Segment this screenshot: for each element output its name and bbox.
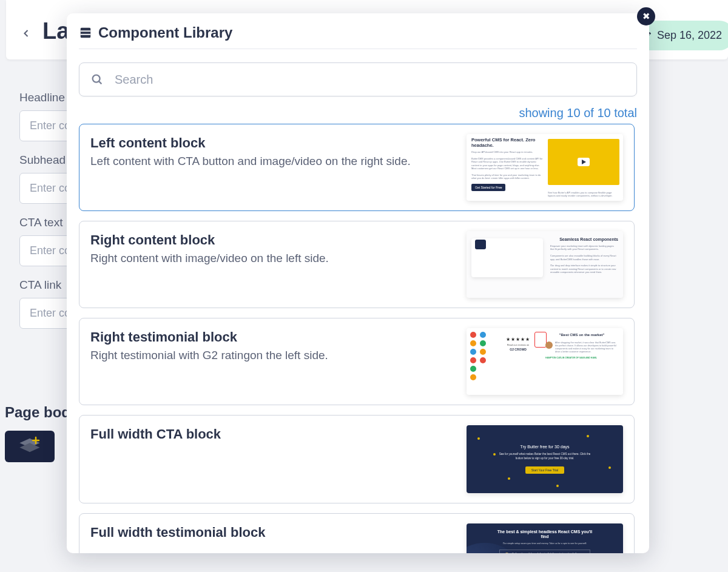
avatar-icon	[505, 553, 509, 553]
add-layers-icon	[18, 436, 42, 457]
component-thumbnail: Try Butter free for 30 days See for your…	[467, 425, 623, 493]
result-count: showing 10 of 10 total	[79, 106, 637, 120]
component-card[interactable]: Full width testimonial block The best & …	[79, 513, 635, 553]
thumb-sub: Our simple setup saves you time and mone…	[503, 542, 587, 545]
svg-point-7	[93, 75, 100, 82]
component-library-modal: ✖ Component Library showing 10 of 10 tot…	[67, 13, 649, 553]
cta-link-input[interactable]: Enter co	[19, 298, 74, 329]
search-field[interactable]	[79, 62, 637, 96]
close-button[interactable]: ✖	[637, 7, 655, 25]
component-title: Right content block	[90, 232, 457, 248]
component-thumbnail: ★★★★★ Read our reviews on G2 CROWD "Best…	[467, 328, 623, 395]
component-card[interactable]: Left content block Left content with CTA…	[79, 124, 635, 211]
svg-marker-1	[19, 443, 39, 452]
component-desc: Left content with CTA button and image/v…	[90, 155, 457, 168]
thumb-reviews-label: Read our reviews on	[500, 343, 536, 346]
component-card[interactable]: Right testimonial block Right testimonia…	[79, 318, 635, 405]
thumb-copy: Drop our API-based CMS into your React a…	[471, 150, 544, 180]
chevron-left-icon	[20, 27, 32, 39]
thumb-sub: See for yourself what makes Butter the b…	[496, 453, 593, 460]
stars-icon: ★★★★★	[500, 337, 536, 342]
component-desc: Right testimonial with G2 ratingon the l…	[90, 349, 457, 362]
thumb-chip	[475, 240, 486, 249]
library-icon	[79, 26, 92, 39]
subhead-input[interactable]: Enter co	[19, 173, 74, 204]
component-thumbnail: Powerful CMS for React. Zero headache. D…	[467, 134, 623, 201]
thumb-headline: Try Butter free for 30 days	[520, 445, 569, 449]
add-component-button[interactable]	[5, 431, 55, 462]
headline-input[interactable]: Enter co	[19, 110, 74, 141]
close-icon: ✖	[642, 11, 650, 22]
page-title: La	[42, 19, 69, 42]
search-icon	[90, 73, 104, 86]
component-card[interactable]: Full width CTA block Try Butter free for…	[79, 415, 635, 503]
thumb-caption: See how Butter's API enables you to comp…	[548, 191, 618, 197]
thumb-headline: Seamless React components	[550, 237, 618, 241]
component-title: Left content block	[90, 135, 457, 151]
search-input[interactable]	[113, 72, 625, 87]
thumb-button: Get Started for Free	[471, 184, 505, 191]
component-title: Full width testimonial block	[90, 525, 457, 540]
svg-rect-6	[81, 34, 91, 35]
thumb-media	[548, 139, 619, 185]
date-text: Sep 16, 2022	[657, 29, 722, 42]
thumb-g2: G2 CROWD	[500, 348, 536, 351]
component-thumbnail: The best & simplest headless React CMS y…	[467, 523, 623, 553]
modal-header: Component Library	[79, 13, 637, 49]
svg-rect-4	[81, 28, 91, 38]
thumb-quote: It's the epitome of plug and play simpli…	[512, 553, 585, 553]
component-card[interactable]: Right content block Right content with i…	[79, 221, 635, 308]
thumb-button: Start Your Free Trial	[525, 466, 564, 474]
thumb-headline: The best & simplest headless React CMS y…	[493, 530, 596, 540]
back-button[interactable]	[16, 23, 36, 44]
cta-text-input[interactable]: Enter co	[19, 235, 74, 266]
component-title: Full width CTA block	[90, 426, 457, 442]
component-thumbnail: Seamless React components Empower your m…	[467, 231, 623, 298]
g2-badge-icon	[534, 332, 547, 348]
modal-title: Component Library	[98, 24, 232, 41]
svg-rect-5	[81, 30, 91, 32]
component-list[interactable]: Left content block Left content with CTA…	[79, 124, 637, 553]
thumb-copy: Empower your marketing team with dynamic…	[550, 244, 618, 274]
svg-line-8	[99, 81, 101, 84]
play-icon	[578, 158, 590, 166]
thumb-source: HAMPTON CATLIN CREATOR OF SASS AND HAML	[545, 357, 618, 359]
component-title: Right testimonial block	[90, 329, 457, 345]
thumb-quote: "Best CMS on the market"	[545, 333, 618, 337]
component-desc: Right content with image/video on the le…	[90, 252, 457, 265]
thumb-testimonial-text: After shopping the market, it was clear …	[555, 342, 618, 354]
thumb-headline: Powerful CMS for React. Zero headache.	[471, 138, 544, 148]
avatar-icon	[545, 342, 553, 349]
